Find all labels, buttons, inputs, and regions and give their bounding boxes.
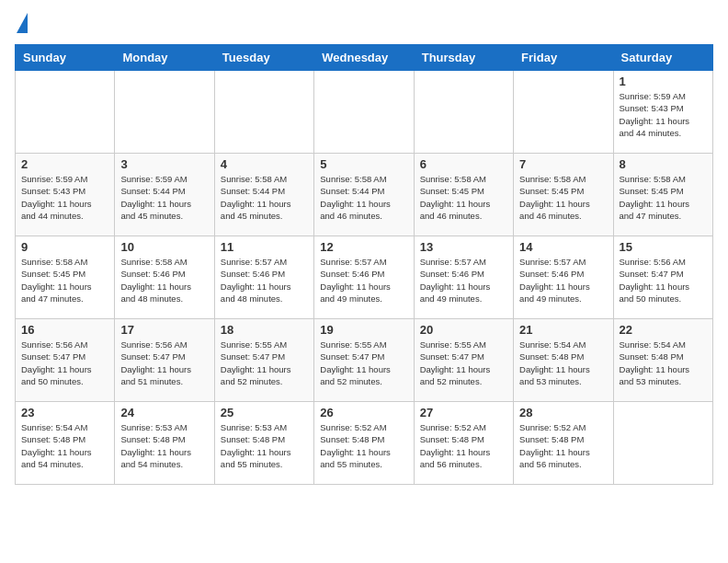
calendar-cell: 3Sunrise: 5:59 AM Sunset: 5:44 PM Daylig… xyxy=(115,154,214,236)
calendar-cell: 5Sunrise: 5:58 AM Sunset: 5:44 PM Daylig… xyxy=(314,154,414,236)
col-header-wednesday: Wednesday xyxy=(314,45,414,71)
calendar-cell xyxy=(16,71,115,154)
calendar-cell xyxy=(314,71,414,154)
day-info: Sunrise: 5:57 AM Sunset: 5:46 PM Dayligh… xyxy=(420,256,507,304)
day-number: 24 xyxy=(120,406,208,419)
calendar-cell: 16Sunrise: 5:56 AM Sunset: 5:47 PM Dayli… xyxy=(16,319,115,402)
day-info: Sunrise: 5:58 AM Sunset: 5:45 PM Dayligh… xyxy=(620,173,707,222)
calendar-cell: 12Sunrise: 5:57 AM Sunset: 5:46 PM Dayli… xyxy=(314,236,414,319)
day-number: 18 xyxy=(221,323,308,337)
day-number: 21 xyxy=(519,323,607,337)
calendar-cell: 19Sunrise: 5:55 AM Sunset: 5:47 PM Dayli… xyxy=(314,319,414,402)
calendar-cell: 24Sunrise: 5:53 AM Sunset: 5:48 PM Dayli… xyxy=(115,402,214,485)
day-info: Sunrise: 5:58 AM Sunset: 5:45 PM Dayligh… xyxy=(420,173,507,222)
calendar-cell: 4Sunrise: 5:58 AM Sunset: 5:44 PM Daylig… xyxy=(214,154,313,236)
calendar-cell: 15Sunrise: 5:56 AM Sunset: 5:47 PM Dayli… xyxy=(613,236,712,319)
col-header-tuesday: Tuesday xyxy=(214,45,313,71)
day-info: Sunrise: 5:56 AM Sunset: 5:47 PM Dayligh… xyxy=(120,339,208,387)
day-number: 23 xyxy=(21,406,108,419)
day-info: Sunrise: 5:56 AM Sunset: 5:47 PM Dayligh… xyxy=(620,256,707,304)
calendar-cell: 7Sunrise: 5:58 AM Sunset: 5:45 PM Daylig… xyxy=(514,154,613,236)
day-info: Sunrise: 5:54 AM Sunset: 5:48 PM Dayligh… xyxy=(620,339,707,387)
day-number: 4 xyxy=(221,157,308,171)
col-header-friday: Friday xyxy=(514,45,613,71)
day-number: 17 xyxy=(120,323,208,337)
day-number: 10 xyxy=(120,240,208,254)
day-info: Sunrise: 5:57 AM Sunset: 5:46 PM Dayligh… xyxy=(519,256,607,304)
calendar-week-1: 1Sunrise: 5:59 AM Sunset: 5:43 PM Daylig… xyxy=(16,71,713,154)
day-number: 3 xyxy=(120,157,208,171)
calendar-cell xyxy=(613,402,712,485)
day-info: Sunrise: 5:58 AM Sunset: 5:45 PM Dayligh… xyxy=(21,256,108,304)
day-info: Sunrise: 5:52 AM Sunset: 5:48 PM Dayligh… xyxy=(519,421,607,470)
day-number: 6 xyxy=(420,157,507,171)
day-info: Sunrise: 5:58 AM Sunset: 5:44 PM Dayligh… xyxy=(320,173,407,222)
day-number: 25 xyxy=(221,406,308,419)
day-info: Sunrise: 5:57 AM Sunset: 5:46 PM Dayligh… xyxy=(221,256,308,304)
day-number: 26 xyxy=(320,406,407,419)
day-info: Sunrise: 5:59 AM Sunset: 5:44 PM Dayligh… xyxy=(120,173,208,222)
calendar-week-2: 2Sunrise: 5:59 AM Sunset: 5:43 PM Daylig… xyxy=(16,154,713,236)
calendar-cell: 8Sunrise: 5:58 AM Sunset: 5:45 PM Daylig… xyxy=(613,154,712,236)
day-info: Sunrise: 5:54 AM Sunset: 5:48 PM Dayligh… xyxy=(519,339,607,387)
day-info: Sunrise: 5:57 AM Sunset: 5:46 PM Dayligh… xyxy=(320,256,407,304)
calendar-cell: 25Sunrise: 5:53 AM Sunset: 5:48 PM Dayli… xyxy=(214,402,313,485)
col-header-monday: Monday xyxy=(115,45,214,71)
day-number: 11 xyxy=(221,240,308,254)
calendar-cell: 21Sunrise: 5:54 AM Sunset: 5:48 PM Dayli… xyxy=(514,319,613,402)
day-number: 12 xyxy=(320,240,407,254)
day-number: 27 xyxy=(420,406,507,419)
calendar-cell: 20Sunrise: 5:55 AM Sunset: 5:47 PM Dayli… xyxy=(414,319,513,402)
day-info: Sunrise: 5:52 AM Sunset: 5:48 PM Dayligh… xyxy=(420,421,507,470)
day-number: 22 xyxy=(620,323,707,337)
day-info: Sunrise: 5:58 AM Sunset: 5:46 PM Dayligh… xyxy=(120,256,208,304)
day-number: 1 xyxy=(620,75,707,88)
day-number: 2 xyxy=(21,157,108,171)
day-info: Sunrise: 5:53 AM Sunset: 5:48 PM Dayligh… xyxy=(120,421,208,470)
day-info: Sunrise: 5:54 AM Sunset: 5:48 PM Dayligh… xyxy=(21,421,108,470)
calendar-cell: 22Sunrise: 5:54 AM Sunset: 5:48 PM Dayli… xyxy=(613,319,712,402)
calendar-cell: 23Sunrise: 5:54 AM Sunset: 5:48 PM Dayli… xyxy=(16,402,115,485)
calendar-cell: 10Sunrise: 5:58 AM Sunset: 5:46 PM Dayli… xyxy=(115,236,214,319)
calendar-cell: 18Sunrise: 5:55 AM Sunset: 5:47 PM Dayli… xyxy=(214,319,313,402)
calendar-week-3: 9Sunrise: 5:58 AM Sunset: 5:45 PM Daylig… xyxy=(16,236,713,319)
day-info: Sunrise: 5:55 AM Sunset: 5:47 PM Dayligh… xyxy=(420,339,507,387)
day-info: Sunrise: 5:53 AM Sunset: 5:48 PM Dayligh… xyxy=(221,421,308,470)
day-info: Sunrise: 5:55 AM Sunset: 5:47 PM Dayligh… xyxy=(320,339,407,387)
calendar-cell xyxy=(214,71,313,154)
day-number: 15 xyxy=(620,240,707,254)
calendar-cell: 27Sunrise: 5:52 AM Sunset: 5:48 PM Dayli… xyxy=(414,402,513,485)
calendar-cell: 1Sunrise: 5:59 AM Sunset: 5:43 PM Daylig… xyxy=(613,71,712,154)
day-info: Sunrise: 5:58 AM Sunset: 5:44 PM Dayligh… xyxy=(221,173,308,222)
day-number: 28 xyxy=(519,406,607,419)
calendar-cell: 2Sunrise: 5:59 AM Sunset: 5:43 PM Daylig… xyxy=(16,154,115,236)
calendar-table: SundayMondayTuesdayWednesdayThursdayFrid… xyxy=(15,44,713,485)
day-info: Sunrise: 5:55 AM Sunset: 5:47 PM Dayligh… xyxy=(221,339,308,387)
calendar-cell: 26Sunrise: 5:52 AM Sunset: 5:48 PM Dayli… xyxy=(314,402,414,485)
day-info: Sunrise: 5:59 AM Sunset: 5:43 PM Dayligh… xyxy=(620,90,707,139)
logo-triangle-icon xyxy=(17,13,28,33)
calendar-cell: 14Sunrise: 5:57 AM Sunset: 5:46 PM Dayli… xyxy=(514,236,613,319)
day-number: 5 xyxy=(320,157,407,171)
calendar-cell xyxy=(115,71,214,154)
col-header-saturday: Saturday xyxy=(613,45,712,71)
calendar-week-5: 23Sunrise: 5:54 AM Sunset: 5:48 PM Dayli… xyxy=(16,402,713,485)
day-info: Sunrise: 5:56 AM Sunset: 5:47 PM Dayligh… xyxy=(21,339,108,387)
calendar-week-4: 16Sunrise: 5:56 AM Sunset: 5:47 PM Dayli… xyxy=(16,319,713,402)
logo xyxy=(15,15,28,33)
calendar-cell: 9Sunrise: 5:58 AM Sunset: 5:45 PM Daylig… xyxy=(16,236,115,319)
calendar-cell xyxy=(514,71,613,154)
calendar-cell: 13Sunrise: 5:57 AM Sunset: 5:46 PM Dayli… xyxy=(414,236,513,319)
col-header-thursday: Thursday xyxy=(414,45,513,71)
calendar-cell xyxy=(414,71,513,154)
page-header xyxy=(15,15,713,33)
calendar-cell: 6Sunrise: 5:58 AM Sunset: 5:45 PM Daylig… xyxy=(414,154,513,236)
day-number: 19 xyxy=(320,323,407,337)
day-number: 13 xyxy=(420,240,507,254)
day-number: 9 xyxy=(21,240,108,254)
day-number: 14 xyxy=(519,240,607,254)
day-info: Sunrise: 5:59 AM Sunset: 5:43 PM Dayligh… xyxy=(21,173,108,222)
day-info: Sunrise: 5:52 AM Sunset: 5:48 PM Dayligh… xyxy=(320,421,407,470)
col-header-sunday: Sunday xyxy=(16,45,115,71)
calendar-cell: 17Sunrise: 5:56 AM Sunset: 5:47 PM Dayli… xyxy=(115,319,214,402)
